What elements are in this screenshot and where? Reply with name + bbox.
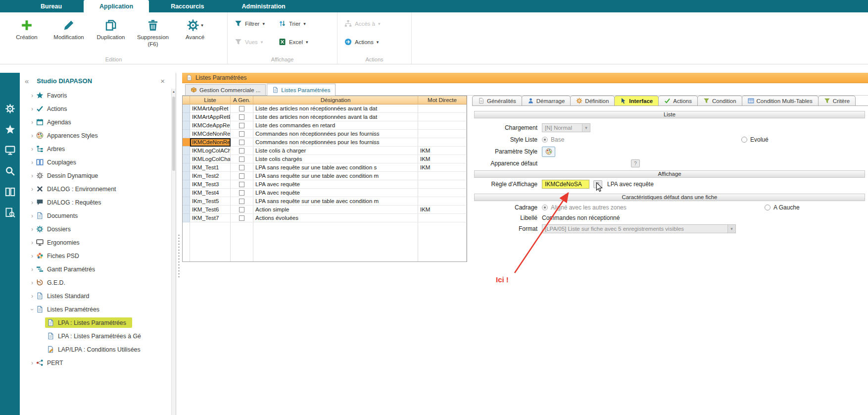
row-selector[interactable] — [183, 180, 190, 189]
close-icon[interactable]: × — [160, 77, 165, 85]
cell-designation[interactable]: LPA sans requête sur une table avec cond… — [253, 172, 418, 180]
menu-tab-raccourcis[interactable]: Raccourcis — [155, 0, 220, 12]
cadrage-aligne-radio[interactable] — [542, 205, 548, 210]
row-selector[interactable] — [183, 206, 190, 214]
tree-item-apparences-styles[interactable]: ›Apparences Styles — [20, 129, 171, 142]
row-selector[interactable] — [183, 113, 190, 121]
panel-splitter[interactable] — [176, 73, 182, 415]
tab-condition[interactable]: Condition — [697, 96, 742, 105]
cell-a-gen[interactable] — [231, 214, 253, 222]
cell-a-gen[interactable] — [231, 189, 253, 197]
table-row[interactable]: IKM_Test4LPA avec requête — [183, 189, 467, 197]
tree-item-lpa-listes-parametrees[interactable]: LPA : Listes Paramétrées — [20, 316, 171, 329]
chevron-right-icon[interactable]: › — [28, 293, 36, 300]
row-selector[interactable] — [183, 155, 190, 163]
select-all-corner[interactable] — [183, 96, 190, 104]
tree-item-gantt-parametres[interactable]: ›Gantt Paramétrés — [20, 262, 171, 276]
chevron-right-icon[interactable]: › — [28, 279, 36, 286]
gear-icon[interactable] — [5, 104, 15, 114]
tree-scrollbar[interactable]: ▲ — [171, 89, 176, 415]
chevron-right-icon[interactable]: › — [28, 199, 36, 206]
parametre-style-button[interactable] — [542, 147, 555, 157]
ribbon-button-modification[interactable]: Modification — [49, 16, 89, 48]
cell-liste[interactable]: IKM_Test6 — [190, 206, 231, 214]
cell-mot-directeur[interactable] — [418, 121, 467, 130]
cell-designation[interactable]: LPA avec requête — [253, 180, 418, 189]
cell-mot-directeur[interactable]: IKM — [418, 155, 467, 163]
tree-item-dialog-requetes[interactable]: ›DIALOG : Requêtes — [20, 196, 171, 209]
cell-a-gen[interactable] — [231, 121, 253, 130]
cell-designation[interactable]: Action simple — [253, 206, 418, 214]
tree-item-pert[interactable]: ›PERT — [20, 356, 171, 369]
cell-liste[interactable]: IKM_Test7 — [190, 214, 231, 222]
table-row[interactable]: IKM_Test3LPA avec requête — [183, 180, 467, 189]
scrollbar-thumb[interactable] — [172, 97, 175, 171]
cell-liste[interactable]: IKMCdeNonRecpl — [190, 130, 231, 138]
cell-liste[interactable]: IKM_Test3 — [190, 180, 231, 189]
cell-designation[interactable]: Commandes non réceptionnées pour les fou… — [253, 138, 418, 147]
cell-mot-directeur[interactable]: IKM — [418, 206, 467, 214]
document-tab-gestion-commerciale[interactable]: Gestion Commerciale ... — [185, 84, 266, 95]
tree-item-lpa-listes-parametrees-a-ge[interactable]: LPA : Listes Paramétrées à Gé — [20, 329, 171, 343]
row-selector[interactable] — [183, 214, 190, 222]
chevron-down-icon[interactable]: › — [29, 306, 36, 313]
chevron-right-icon[interactable]: › — [28, 253, 36, 259]
cell-designation[interactable]: LPA sans requête sur une table avec cond… — [253, 197, 418, 206]
cell-designation[interactable]: Liste des articles non réceptionnées ava… — [253, 113, 418, 121]
cell-designation[interactable]: Liste colis à charger — [253, 147, 418, 155]
a-gen-checkbox[interactable] — [239, 148, 244, 154]
chargement-select[interactable]: [N] Normal ▾ — [542, 123, 590, 132]
ribbon-button-creation[interactable]: Création — [7, 16, 47, 48]
cell-a-gen[interactable] — [231, 163, 253, 172]
row-selector[interactable] — [183, 172, 190, 180]
search-icon[interactable] — [5, 166, 15, 176]
a-gen-checkbox[interactable] — [239, 114, 244, 120]
cell-a-gen[interactable] — [231, 113, 253, 121]
cell-a-gen[interactable] — [231, 147, 253, 155]
cell-liste[interactable]: IKMLogColCha — [190, 155, 231, 163]
a-gen-checkbox[interactable] — [239, 199, 244, 204]
chevron-right-icon[interactable]: › — [28, 132, 36, 139]
a-gen-checkbox[interactable] — [239, 140, 244, 145]
a-gen-checkbox[interactable] — [239, 123, 244, 128]
chevron-right-icon[interactable]: › — [28, 226, 36, 233]
row-selector[interactable] — [183, 104, 190, 113]
table-row[interactable]: IKMLogColChaListe colis chargésIKM — [183, 155, 467, 163]
tab-critere[interactable]: Critère — [818, 96, 856, 105]
tab-condition-multi-tables[interactable]: Condition Multi-Tables — [742, 96, 819, 105]
chevrons-left-icon[interactable]: « — [25, 77, 29, 85]
cell-a-gen[interactable] — [231, 138, 253, 147]
cell-liste[interactable]: IKMLogColACha — [190, 147, 231, 155]
table-row[interactable]: IKm_Test2LPA sans requête sur une table … — [183, 172, 467, 180]
cell-mot-directeur[interactable] — [418, 197, 467, 206]
a-gen-checkbox[interactable] — [239, 156, 244, 162]
ribbon-button-duplication[interactable]: Duplication — [91, 16, 131, 48]
cell-mot-directeur[interactable] — [418, 189, 467, 197]
table-row[interactable]: IKMLogColAChaListe colis à chargerIKM — [183, 147, 467, 155]
ribbon-button-avance[interactable]: ▾Avancé — [175, 16, 215, 48]
cell-mot-directeur[interactable] — [418, 214, 467, 222]
cell-mot-directeur[interactable]: IKM — [418, 163, 467, 172]
row-selector[interactable] — [183, 147, 190, 155]
cell-designation[interactable]: Liste des commandes en retard — [253, 121, 418, 130]
cell-liste[interactable]: IKm_Test5 — [190, 197, 231, 206]
chevron-right-icon[interactable]: › — [28, 239, 36, 246]
column-header-designation[interactable]: Désignation — [253, 96, 418, 104]
tree-item-lap-lpa-conditions-utilisees[interactable]: LAP/LPA : Conditions Utilisées — [20, 343, 171, 356]
chevron-right-icon[interactable]: › — [28, 146, 36, 153]
cell-designation[interactable]: Liste colis chargés — [253, 155, 418, 163]
ribbon-button-actions[interactable]: Actions▾ — [344, 38, 380, 46]
table-row[interactable]: IKM_Test7Actions évoluées — [183, 214, 467, 222]
cell-mot-directeur[interactable] — [418, 138, 467, 147]
chevron-right-icon[interactable]: › — [28, 92, 36, 99]
column-header-mot-directe[interactable]: Mot Directe — [418, 96, 467, 104]
table-row[interactable]: IKMCdeNonRecpCommandes non réceptionnées… — [183, 138, 467, 147]
cell-a-gen[interactable] — [231, 206, 253, 214]
table-row[interactable]: IKM_Test6Action simpleIKM — [183, 206, 467, 214]
tab-interface[interactable]: Interface — [614, 96, 659, 105]
table-row[interactable]: IKMCdeAppRetListe des commandes en retar… — [183, 121, 467, 130]
a-gen-checkbox[interactable] — [239, 131, 244, 137]
row-selector[interactable] — [183, 163, 190, 172]
tree-item-actions[interactable]: ›Actions — [20, 102, 171, 115]
chevron-right-icon[interactable]: › — [28, 186, 36, 193]
